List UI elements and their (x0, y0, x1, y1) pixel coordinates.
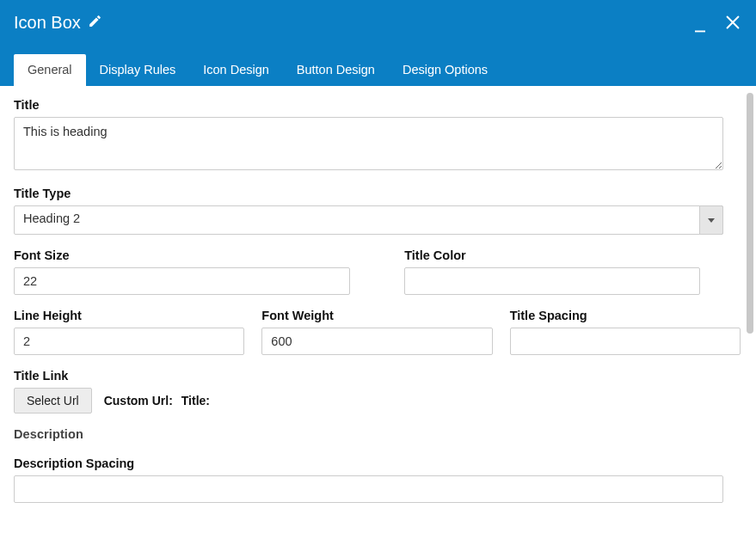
close-icon[interactable] (723, 13, 742, 32)
tab-label: Display Rules (100, 63, 176, 77)
link-title-label: Title: (181, 394, 210, 407)
description-label: Description (14, 427, 742, 441)
font-size-input[interactable] (14, 267, 350, 295)
tab-icon-design[interactable]: Icon Design (189, 54, 283, 86)
tab-button-design[interactable]: Button Design (283, 54, 389, 86)
custom-url-label: Custom Url: (104, 394, 173, 407)
scrollbar-thumb[interactable] (747, 93, 753, 334)
tab-design-options[interactable]: Design Options (389, 54, 501, 86)
title-input[interactable] (14, 117, 723, 170)
title-type-select[interactable]: Heading 2 (14, 205, 723, 235)
svg-rect-0 (695, 31, 705, 33)
tab-label: Button Design (297, 63, 375, 77)
select-url-button[interactable]: Select Url (14, 388, 92, 414)
dialog-header: Icon Box General Display Rules Icon Desi… (0, 0, 756, 86)
font-size-label: Font Size (14, 248, 350, 262)
tab-label: Icon Design (203, 63, 269, 77)
font-weight-input[interactable] (261, 328, 492, 355)
title-type-value: Heading 2 (14, 205, 723, 235)
dialog-title-wrap: Icon Box (14, 13, 102, 33)
tab-general[interactable]: General (14, 54, 86, 86)
line-height-input[interactable] (14, 328, 244, 355)
line-height-label: Line Height (14, 309, 244, 322)
font-weight-label: Font Weight (261, 309, 492, 322)
title-type-label: Title Type (14, 187, 742, 200)
pencil-icon[interactable] (88, 13, 102, 33)
title-spacing-input[interactable] (510, 328, 741, 355)
title-spacing-label: Title Spacing (510, 309, 741, 322)
tab-label: General (28, 63, 72, 77)
tab-display-rules[interactable]: Display Rules (86, 54, 190, 86)
title-color-label: Title Color (404, 248, 741, 262)
minimize-icon[interactable] (692, 10, 708, 34)
dialog-body: Title Title Type Heading 2 Font Size Tit… (0, 86, 756, 533)
title-link-label: Title Link (14, 369, 742, 383)
tabs: General Display Rules Icon Design Button… (14, 54, 501, 86)
title-label: Title (14, 98, 742, 112)
description-spacing-label: Description Spacing (14, 456, 742, 470)
tab-label: Design Options (403, 63, 488, 77)
title-color-input[interactable] (404, 267, 700, 295)
chevron-down-icon[interactable] (699, 205, 723, 235)
dialog-title: Icon Box (14, 13, 81, 33)
description-spacing-input[interactable] (14, 475, 723, 503)
